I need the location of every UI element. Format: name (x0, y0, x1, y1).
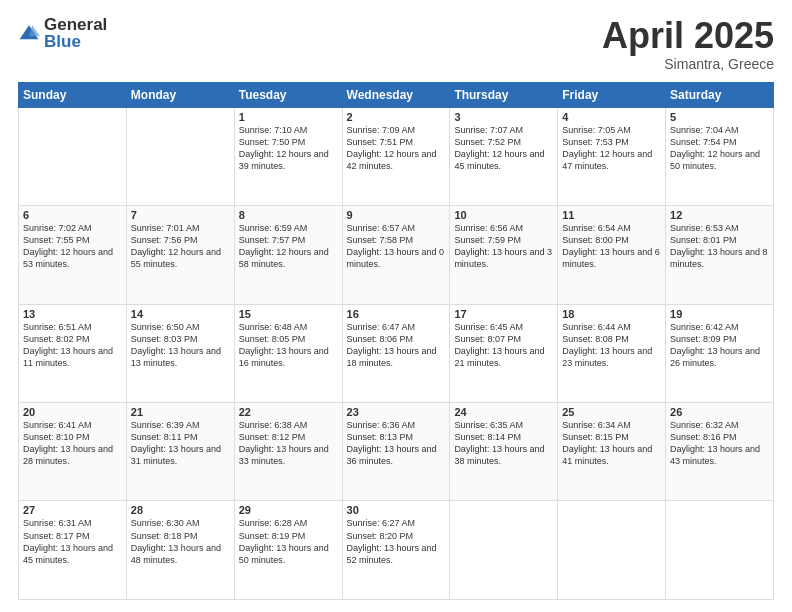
table-row: 1Sunrise: 7:10 AM Sunset: 7:50 PM Daylig… (234, 107, 342, 205)
day-number: 18 (562, 308, 661, 320)
page: General Blue April 2025 Simantra, Greece… (0, 0, 792, 612)
table-row: 11Sunrise: 6:54 AM Sunset: 8:00 PM Dayli… (558, 206, 666, 304)
table-row: 13Sunrise: 6:51 AM Sunset: 8:02 PM Dayli… (19, 304, 127, 402)
calendar-header-row: Sunday Monday Tuesday Wednesday Thursday… (19, 82, 774, 107)
day-info: Sunrise: 6:36 AM Sunset: 8:13 PM Dayligh… (347, 419, 446, 468)
table-row: 4Sunrise: 7:05 AM Sunset: 7:53 PM Daylig… (558, 107, 666, 205)
table-row: 15Sunrise: 6:48 AM Sunset: 8:05 PM Dayli… (234, 304, 342, 402)
day-number: 11 (562, 209, 661, 221)
day-info: Sunrise: 6:39 AM Sunset: 8:11 PM Dayligh… (131, 419, 230, 468)
table-row: 26Sunrise: 6:32 AM Sunset: 8:16 PM Dayli… (666, 403, 774, 501)
day-number: 7 (131, 209, 230, 221)
header: General Blue April 2025 Simantra, Greece (18, 16, 774, 72)
logo-text: General Blue (44, 16, 107, 50)
table-row: 3Sunrise: 7:07 AM Sunset: 7:52 PM Daylig… (450, 107, 558, 205)
table-row: 24Sunrise: 6:35 AM Sunset: 8:14 PM Dayli… (450, 403, 558, 501)
day-number: 25 (562, 406, 661, 418)
day-number: 24 (454, 406, 553, 418)
table-row: 28Sunrise: 6:30 AM Sunset: 8:18 PM Dayli… (126, 501, 234, 600)
week-row-2: 6Sunrise: 7:02 AM Sunset: 7:55 PM Daylig… (19, 206, 774, 304)
day-info: Sunrise: 6:30 AM Sunset: 8:18 PM Dayligh… (131, 517, 230, 566)
table-row: 9Sunrise: 6:57 AM Sunset: 7:58 PM Daylig… (342, 206, 450, 304)
day-info: Sunrise: 6:54 AM Sunset: 8:00 PM Dayligh… (562, 222, 661, 271)
day-number: 4 (562, 111, 661, 123)
col-wednesday: Wednesday (342, 82, 450, 107)
day-number: 16 (347, 308, 446, 320)
day-number: 27 (23, 504, 122, 516)
table-row: 20Sunrise: 6:41 AM Sunset: 8:10 PM Dayli… (19, 403, 127, 501)
calendar-table: Sunday Monday Tuesday Wednesday Thursday… (18, 82, 774, 600)
table-row: 12Sunrise: 6:53 AM Sunset: 8:01 PM Dayli… (666, 206, 774, 304)
day-info: Sunrise: 6:34 AM Sunset: 8:15 PM Dayligh… (562, 419, 661, 468)
table-row: 7Sunrise: 7:01 AM Sunset: 7:56 PM Daylig… (126, 206, 234, 304)
day-info: Sunrise: 6:51 AM Sunset: 8:02 PM Dayligh… (23, 321, 122, 370)
col-monday: Monday (126, 82, 234, 107)
day-info: Sunrise: 6:47 AM Sunset: 8:06 PM Dayligh… (347, 321, 446, 370)
week-row-3: 13Sunrise: 6:51 AM Sunset: 8:02 PM Dayli… (19, 304, 774, 402)
table-row: 6Sunrise: 7:02 AM Sunset: 7:55 PM Daylig… (19, 206, 127, 304)
day-number: 10 (454, 209, 553, 221)
day-number: 29 (239, 504, 338, 516)
week-row-5: 27Sunrise: 6:31 AM Sunset: 8:17 PM Dayli… (19, 501, 774, 600)
col-tuesday: Tuesday (234, 82, 342, 107)
day-number: 15 (239, 308, 338, 320)
logo-icon (18, 22, 40, 44)
day-info: Sunrise: 6:27 AM Sunset: 8:20 PM Dayligh… (347, 517, 446, 566)
table-row: 27Sunrise: 6:31 AM Sunset: 8:17 PM Dayli… (19, 501, 127, 600)
day-number: 9 (347, 209, 446, 221)
title-block: April 2025 Simantra, Greece (602, 16, 774, 72)
day-number: 22 (239, 406, 338, 418)
day-number: 13 (23, 308, 122, 320)
day-info: Sunrise: 7:01 AM Sunset: 7:56 PM Dayligh… (131, 222, 230, 271)
day-info: Sunrise: 7:09 AM Sunset: 7:51 PM Dayligh… (347, 124, 446, 173)
day-number: 2 (347, 111, 446, 123)
table-row: 23Sunrise: 6:36 AM Sunset: 8:13 PM Dayli… (342, 403, 450, 501)
logo-blue: Blue (44, 33, 107, 50)
table-row: 8Sunrise: 6:59 AM Sunset: 7:57 PM Daylig… (234, 206, 342, 304)
day-number: 3 (454, 111, 553, 123)
day-info: Sunrise: 6:32 AM Sunset: 8:16 PM Dayligh… (670, 419, 769, 468)
day-number: 21 (131, 406, 230, 418)
day-info: Sunrise: 6:57 AM Sunset: 7:58 PM Dayligh… (347, 222, 446, 271)
day-number: 8 (239, 209, 338, 221)
day-info: Sunrise: 6:28 AM Sunset: 8:19 PM Dayligh… (239, 517, 338, 566)
day-info: Sunrise: 6:59 AM Sunset: 7:57 PM Dayligh… (239, 222, 338, 271)
day-info: Sunrise: 7:10 AM Sunset: 7:50 PM Dayligh… (239, 124, 338, 173)
day-info: Sunrise: 6:31 AM Sunset: 8:17 PM Dayligh… (23, 517, 122, 566)
day-info: Sunrise: 7:04 AM Sunset: 7:54 PM Dayligh… (670, 124, 769, 173)
day-info: Sunrise: 6:42 AM Sunset: 8:09 PM Dayligh… (670, 321, 769, 370)
col-sunday: Sunday (19, 82, 127, 107)
day-info: Sunrise: 6:38 AM Sunset: 8:12 PM Dayligh… (239, 419, 338, 468)
day-info: Sunrise: 7:02 AM Sunset: 7:55 PM Dayligh… (23, 222, 122, 271)
day-number: 30 (347, 504, 446, 516)
day-number: 17 (454, 308, 553, 320)
day-number: 5 (670, 111, 769, 123)
day-number: 26 (670, 406, 769, 418)
day-number: 6 (23, 209, 122, 221)
table-row: 30Sunrise: 6:27 AM Sunset: 8:20 PM Dayli… (342, 501, 450, 600)
table-row: 2Sunrise: 7:09 AM Sunset: 7:51 PM Daylig… (342, 107, 450, 205)
table-row: 18Sunrise: 6:44 AM Sunset: 8:08 PM Dayli… (558, 304, 666, 402)
day-info: Sunrise: 6:50 AM Sunset: 8:03 PM Dayligh… (131, 321, 230, 370)
day-number: 23 (347, 406, 446, 418)
svg-marker-1 (29, 25, 40, 36)
table-row: 14Sunrise: 6:50 AM Sunset: 8:03 PM Dayli… (126, 304, 234, 402)
day-info: Sunrise: 6:44 AM Sunset: 8:08 PM Dayligh… (562, 321, 661, 370)
day-info: Sunrise: 6:35 AM Sunset: 8:14 PM Dayligh… (454, 419, 553, 468)
day-info: Sunrise: 6:45 AM Sunset: 8:07 PM Dayligh… (454, 321, 553, 370)
table-row: 29Sunrise: 6:28 AM Sunset: 8:19 PM Dayli… (234, 501, 342, 600)
title-location: Simantra, Greece (602, 56, 774, 72)
day-info: Sunrise: 6:53 AM Sunset: 8:01 PM Dayligh… (670, 222, 769, 271)
table-row: 5Sunrise: 7:04 AM Sunset: 7:54 PM Daylig… (666, 107, 774, 205)
table-row (558, 501, 666, 600)
table-row (450, 501, 558, 600)
table-row: 16Sunrise: 6:47 AM Sunset: 8:06 PM Dayli… (342, 304, 450, 402)
day-info: Sunrise: 6:41 AM Sunset: 8:10 PM Dayligh… (23, 419, 122, 468)
day-number: 12 (670, 209, 769, 221)
day-number: 28 (131, 504, 230, 516)
logo-general: General (44, 16, 107, 33)
day-number: 1 (239, 111, 338, 123)
week-row-4: 20Sunrise: 6:41 AM Sunset: 8:10 PM Dayli… (19, 403, 774, 501)
logo: General Blue (18, 16, 107, 50)
day-number: 19 (670, 308, 769, 320)
